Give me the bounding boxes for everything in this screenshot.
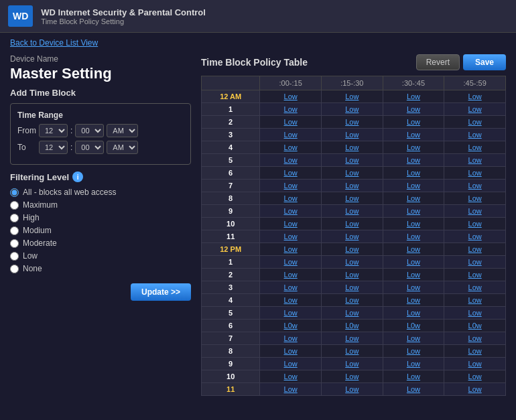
cell[interactable]: Low — [444, 256, 506, 269]
from-min-select[interactable]: 00153045 — [75, 124, 104, 137]
cell[interactable]: Low — [260, 332, 322, 345]
cell[interactable]: Low — [321, 243, 383, 256]
cell[interactable]: L0w — [260, 320, 322, 332]
cell[interactable]: Low — [321, 218, 383, 230]
cell[interactable]: Low — [260, 205, 322, 218]
cell[interactable]: Low — [321, 256, 383, 269]
cell[interactable]: Low — [321, 269, 383, 281]
cell[interactable]: L0w — [321, 320, 383, 332]
cell[interactable]: Low — [444, 332, 506, 345]
cell[interactable]: Low — [260, 154, 322, 167]
radio-item-high[interactable]: High — [10, 213, 191, 222]
cell[interactable]: Low — [444, 345, 506, 358]
cell[interactable]: Low — [383, 307, 444, 320]
cell[interactable]: Low — [321, 281, 383, 294]
from-ampm-select[interactable]: AMPM — [107, 124, 138, 137]
cell[interactable]: Low — [321, 205, 383, 218]
cell[interactable]: Low — [444, 116, 506, 129]
back-link[interactable]: Back to Device List View — [10, 38, 98, 48]
cell[interactable]: Low — [321, 370, 383, 383]
cell[interactable]: Low — [383, 256, 444, 269]
radio-low[interactable] — [10, 252, 19, 261]
cell[interactable]: Low — [321, 129, 383, 141]
radio-maximum[interactable] — [10, 201, 19, 210]
radio-item-all[interactable]: All - blocks all web access — [10, 188, 191, 197]
cell[interactable]: Low — [383, 103, 444, 116]
radio-none[interactable] — [10, 265, 19, 273]
cell[interactable]: Low — [383, 90, 444, 103]
cell[interactable]: Low — [383, 370, 444, 383]
cell[interactable]: Low — [260, 383, 322, 396]
cell[interactable]: Low — [321, 141, 383, 154]
radio-item-low[interactable]: Low — [10, 251, 191, 261]
cell[interactable]: L0w — [383, 320, 444, 332]
info-icon[interactable]: i — [72, 171, 83, 182]
revert-button[interactable]: Revert — [416, 54, 460, 70]
cell[interactable]: Low — [260, 116, 322, 129]
cell[interactable]: Low — [260, 307, 322, 320]
cell[interactable]: Low — [383, 332, 444, 345]
radio-item-modium[interactable]: Modium — [10, 226, 191, 235]
radio-all[interactable] — [10, 188, 19, 197]
cell[interactable]: Low — [444, 307, 506, 320]
cell[interactable]: Low — [444, 154, 506, 167]
cell[interactable]: Low — [383, 243, 444, 256]
from-hour-select[interactable]: 12123 4567 891011 — [39, 124, 68, 137]
cell[interactable]: Low — [321, 345, 383, 358]
cell[interactable]: Low — [260, 129, 322, 141]
cell[interactable]: Low — [444, 192, 506, 205]
cell[interactable]: Low — [260, 243, 322, 256]
radio-high[interactable] — [10, 214, 19, 222]
cell[interactable]: Low — [260, 281, 322, 294]
cell[interactable]: Low — [321, 294, 383, 307]
cell[interactable]: Low — [321, 180, 383, 192]
cell[interactable]: Low — [260, 269, 322, 281]
cell[interactable]: Low — [444, 243, 506, 256]
cell[interactable]: Low — [383, 345, 444, 358]
to-ampm-select[interactable]: AMPM — [107, 141, 138, 154]
cell[interactable]: Low — [260, 180, 322, 192]
cell[interactable]: Low — [260, 167, 322, 180]
cell[interactable]: Low — [321, 358, 383, 370]
cell[interactable]: Low — [321, 103, 383, 116]
cell[interactable]: Low — [383, 154, 444, 167]
cell[interactable]: Low — [321, 90, 383, 103]
cell[interactable]: Low — [321, 167, 383, 180]
cell[interactable]: Low — [321, 332, 383, 345]
radio-modium[interactable] — [10, 226, 19, 235]
cell[interactable]: Low — [444, 205, 506, 218]
cell[interactable]: Low — [383, 230, 444, 243]
cell[interactable]: Low — [444, 269, 506, 281]
cell[interactable]: Low — [260, 358, 322, 370]
cell[interactable]: Low — [444, 230, 506, 243]
cell[interactable]: Low — [383, 358, 444, 370]
radio-item-moderate[interactable]: Moderate — [10, 238, 191, 248]
cell[interactable]: Low — [260, 256, 322, 269]
cell[interactable]: Low — [260, 90, 322, 103]
cell[interactable]: Low — [260, 103, 322, 116]
cell[interactable]: Low — [444, 90, 506, 103]
to-hour-select[interactable]: 12123 4567 891011 — [39, 141, 68, 154]
cell[interactable]: Low — [260, 345, 322, 358]
cell[interactable]: Low — [321, 154, 383, 167]
cell[interactable]: Low — [444, 167, 506, 180]
cell[interactable]: Low — [383, 180, 444, 192]
update-button[interactable]: Update >> — [131, 283, 191, 301]
cell[interactable]: Low — [383, 192, 444, 205]
cell[interactable]: Low — [260, 192, 322, 205]
cell[interactable]: Low — [444, 281, 506, 294]
cell[interactable]: Low — [260, 370, 322, 383]
radio-moderate[interactable] — [10, 239, 19, 248]
cell[interactable]: Low — [444, 383, 506, 396]
cell[interactable]: Low — [321, 383, 383, 396]
to-min-select[interactable]: 00153045 — [75, 141, 104, 154]
cell[interactable]: Low — [321, 116, 383, 129]
cell[interactable]: Low — [444, 180, 506, 192]
radio-item-none[interactable]: None — [10, 264, 191, 273]
cell[interactable]: L0w — [444, 320, 506, 332]
cell[interactable]: Low — [321, 230, 383, 243]
cell[interactable]: Low — [444, 294, 506, 307]
cell[interactable]: Low — [321, 192, 383, 205]
cell[interactable]: Low — [444, 358, 506, 370]
cell[interactable]: Low — [383, 129, 444, 141]
